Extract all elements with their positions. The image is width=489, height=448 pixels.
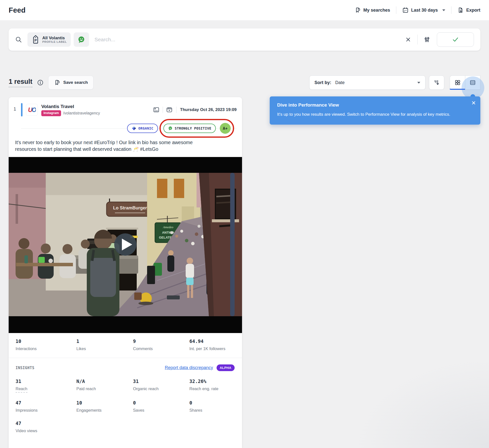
export-button[interactable]: Export [457,7,480,13]
info-icon[interactable] [37,79,44,86]
results-left: 1 result Save search [9,76,93,90]
profile-chip-subtitle: PROFILE LABEL [42,40,67,44]
organic-clover-icon [132,126,136,131]
metric-reach-eng-rate: 32.26% Reach eng. rate [189,379,236,393]
post-header: 1 UO Volantis Travel Instagram /volantis… [9,97,242,135]
date-range-button[interactable]: Last 30 days [402,7,445,13]
svg-text:P: P [34,39,37,43]
tooltip-body: It's up to you how results are viewed. S… [277,111,467,118]
bookmark-search-icon [54,79,60,86]
my-searches-button[interactable]: My searches [355,7,390,13]
positive-sentiment-icon [77,35,86,44]
video-thumbnail[interactable]: Lo StramBurger Amedeo ANTICA GELATERIA [9,157,242,333]
export-icon [457,7,464,13]
metric-impressions: 47 Impressions [16,400,76,413]
video-scene: Lo StramBurger Amedeo ANTICA GELATERIA [9,157,242,333]
metric-interactions: 10 Interactions [16,338,76,351]
metric-likes: 1 Likes [76,338,133,351]
play-icon[interactable] [114,233,136,256]
metric-shares: 0 Shares [189,400,236,413]
feed-page: Feed My searches Last 30 days [0,0,489,448]
metric-reach: 31 Reach [16,379,76,393]
search-input[interactable] [94,37,403,43]
label-tag-icon: P [31,35,40,45]
post-card: 1 UO Volantis Travel Instagram /volantis… [9,97,242,448]
alpha-badge: ALPHA [217,364,235,371]
header-divider [396,6,396,14]
metric-saves: 0 Saves [133,400,189,413]
filters-icon[interactable] [422,34,432,45]
tooltip-title: Dive into Performance View [277,102,473,108]
metric-engagements: 10 Engagements [76,400,133,413]
check-icon [452,36,459,43]
sort-select[interactable]: Sort by: Date [309,75,425,90]
author-handle[interactable]: /volantistravelagency [63,111,100,116]
post-metrics: 10 Interactions 1 Likes 9 Comments 64.94… [9,333,242,358]
carousel-post-icon [153,106,160,113]
author-name[interactable]: Volantis Travel [41,104,74,109]
insights-title: INSIGHTS [16,366,34,370]
page-title: Feed [9,6,26,14]
metric-comments: 9 Comments [133,338,189,351]
search-icon [15,36,22,43]
save-search-button[interactable]: Save search [48,76,93,90]
metric-paid-reach: N/A Paid reach [76,379,133,393]
insights-row-2: 47 Impressions 10 Engagements 0 Saves 0 … [16,400,236,413]
report-discrepancy-link[interactable]: Report data discrepancy [165,365,213,370]
results-toolbar: 1 result Save search Sort by: Date [9,75,480,90]
grade-badge: A+ [220,123,231,134]
grid-view-active-indicator [450,89,465,90]
bookmark-search-icon [355,7,361,13]
table-view-button[interactable] [465,75,480,90]
profile-label-chip[interactable]: P All Volantis PROFILE LABEL [27,32,71,47]
post-accent-bar [21,103,22,116]
top-header: Feed My searches Last 30 days [0,0,489,20]
icon-divider [176,107,177,113]
calendar-icon [402,7,409,13]
avatar[interactable]: UO [26,104,38,116]
chevron-down-icon [442,9,445,11]
insights-row-3: 47 Video views [16,421,236,433]
grid-view-button[interactable] [450,75,465,90]
sentiment-filter-chip[interactable] [74,32,89,47]
results-count: 1 result [9,78,32,87]
tooltip-close-icon[interactable]: ✕ [471,100,476,106]
header-actions: My searches Last 30 days Export [355,6,480,14]
performance-view-tooltip: ✕ Dive into Performance View It's up to … [270,96,480,125]
apply-search-button[interactable] [437,32,474,47]
organic-badge: ORGANIC [127,124,158,133]
reel-icon [166,106,173,113]
metric-video-views: 47 Video views [16,421,76,433]
header-divider [451,6,451,14]
search-controls [403,32,474,47]
post-text: It's never too early to book your next #… [9,135,201,153]
sign-amedeo-text: Amedeo [163,225,173,229]
insights-section: INSIGHTS Report data discrepancy ALPHA 3… [9,358,242,433]
post-index: 1 [9,103,21,135]
chevron-down-icon [417,82,420,84]
sign-burger-text: Lo StramBurger [113,205,147,210]
sort-value: Date [335,80,415,85]
sentiment-badge: STRONGLY POSITIVE [163,124,216,133]
view-toggle [450,75,480,90]
clear-search-icon[interactable] [403,34,413,45]
search-bar: P All Volantis PROFILE LABEL [9,28,480,51]
profile-chip-title: All Volantis [42,36,67,41]
icon-divider [163,107,163,113]
insights-row-1: 31 Reach N/A Paid reach 31 Organic reach… [16,379,236,393]
sort-by-label: Sort by: [314,80,331,85]
badges-row: ORGANIC STRONGLY POSITIVE A+ [21,121,237,135]
results-right: Sort by: Date [309,75,480,90]
network-badge: Instagram [41,110,61,116]
search-divider [417,35,418,45]
metric-organic-reach: 31 Organic reach [133,379,189,393]
sort-direction-button[interactable] [429,75,444,90]
positive-sentiment-icon [168,126,173,131]
post-datetime: Thursday Oct 26, 2023 19:09 [180,107,237,112]
metric-int-per-1k: 64.94 Int. per 1K followers [189,338,236,351]
